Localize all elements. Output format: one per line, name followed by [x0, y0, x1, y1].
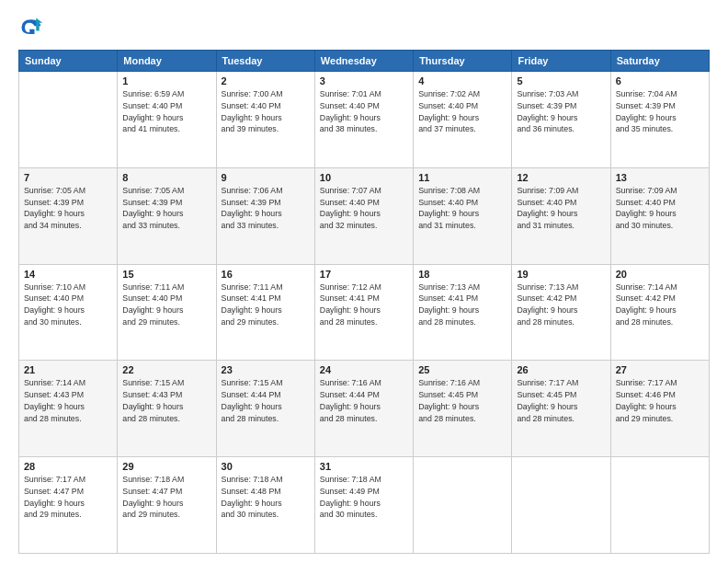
calendar-cell: [414, 457, 512, 554]
day-info: Sunrise: 7:04 AM Sunset: 4:39 PM Dayligh…: [616, 88, 704, 135]
day-info: Sunrise: 7:17 AM Sunset: 4:45 PM Dayligh…: [517, 377, 605, 424]
day-number: 10: [320, 172, 408, 183]
day-number: 15: [122, 269, 210, 280]
day-number: 26: [517, 364, 605, 375]
day-number: 18: [418, 269, 506, 280]
calendar-cell: [610, 457, 709, 554]
day-number: 31: [320, 461, 408, 472]
calendar-cell: 29Sunrise: 7:18 AM Sunset: 4:47 PM Dayli…: [118, 457, 216, 554]
calendar-week-row: 7Sunrise: 7:05 AM Sunset: 4:39 PM Daylig…: [19, 167, 710, 264]
calendar-week-row: 21Sunrise: 7:14 AM Sunset: 4:43 PM Dayli…: [19, 361, 710, 457]
calendar-cell: 22Sunrise: 7:15 AM Sunset: 4:43 PM Dayli…: [118, 361, 216, 457]
day-number: 11: [418, 172, 506, 183]
day-info: Sunrise: 7:08 AM Sunset: 4:40 PM Dayligh…: [418, 185, 506, 232]
calendar-cell: 10Sunrise: 7:07 AM Sunset: 4:40 PM Dayli…: [314, 167, 413, 264]
day-number: 12: [517, 172, 605, 183]
calendar-cell: 28Sunrise: 7:17 AM Sunset: 4:47 PM Dayli…: [19, 457, 118, 554]
calendar-header-saturday: Saturday: [610, 51, 709, 72]
day-info: Sunrise: 7:01 AM Sunset: 4:40 PM Dayligh…: [320, 88, 408, 135]
day-info: Sunrise: 7:15 AM Sunset: 4:44 PM Dayligh…: [222, 377, 310, 424]
calendar-cell: 25Sunrise: 7:16 AM Sunset: 4:45 PM Dayli…: [414, 361, 512, 457]
calendar-cell: 15Sunrise: 7:11 AM Sunset: 4:40 PM Dayli…: [118, 264, 216, 361]
day-number: 13: [616, 172, 704, 183]
day-info: Sunrise: 7:15 AM Sunset: 4:43 PM Dayligh…: [122, 377, 210, 424]
day-number: 20: [616, 269, 704, 280]
calendar-cell: 13Sunrise: 7:09 AM Sunset: 4:40 PM Dayli…: [610, 167, 709, 264]
calendar-table: SundayMondayTuesdayWednesdayThursdayFrid…: [18, 50, 710, 554]
calendar-week-row: 28Sunrise: 7:17 AM Sunset: 4:47 PM Dayli…: [19, 457, 710, 554]
day-number: 1: [122, 75, 210, 86]
calendar-header-friday: Friday: [512, 51, 610, 72]
calendar-cell: 6Sunrise: 7:04 AM Sunset: 4:39 PM Daylig…: [610, 72, 709, 168]
calendar-cell: 23Sunrise: 7:15 AM Sunset: 4:44 PM Dayli…: [216, 361, 314, 457]
day-number: 16: [222, 269, 310, 280]
calendar-cell: 4Sunrise: 7:02 AM Sunset: 4:40 PM Daylig…: [414, 72, 512, 168]
calendar-header-monday: Monday: [118, 51, 216, 72]
header: [18, 15, 710, 40]
day-info: Sunrise: 7:17 AM Sunset: 4:46 PM Dayligh…: [616, 377, 704, 424]
day-info: Sunrise: 7:18 AM Sunset: 4:47 PM Dayligh…: [122, 474, 210, 521]
day-info: Sunrise: 7:02 AM Sunset: 4:40 PM Dayligh…: [418, 88, 506, 135]
day-info: Sunrise: 7:05 AM Sunset: 4:39 PM Dayligh…: [122, 185, 210, 232]
day-number: 2: [222, 75, 310, 86]
day-info: Sunrise: 7:10 AM Sunset: 4:40 PM Dayligh…: [24, 282, 112, 328]
logo-icon: [18, 15, 44, 40]
calendar-cell: 2Sunrise: 7:00 AM Sunset: 4:40 PM Daylig…: [216, 72, 314, 168]
day-number: 14: [24, 269, 112, 280]
day-info: Sunrise: 7:09 AM Sunset: 4:40 PM Dayligh…: [616, 185, 704, 232]
calendar-cell: 11Sunrise: 7:08 AM Sunset: 4:40 PM Dayli…: [414, 167, 512, 264]
day-number: 22: [122, 364, 210, 375]
day-info: Sunrise: 7:11 AM Sunset: 4:41 PM Dayligh…: [222, 282, 310, 328]
day-info: Sunrise: 7:14 AM Sunset: 4:42 PM Dayligh…: [616, 282, 704, 328]
calendar-cell: 19Sunrise: 7:13 AM Sunset: 4:42 PM Dayli…: [512, 264, 610, 361]
calendar-week-row: 14Sunrise: 7:10 AM Sunset: 4:40 PM Dayli…: [19, 264, 710, 361]
day-number: 28: [24, 461, 112, 472]
logo: [18, 15, 48, 40]
calendar-cell: 1Sunrise: 6:59 AM Sunset: 4:40 PM Daylig…: [118, 72, 216, 168]
calendar-cell: 27Sunrise: 7:17 AM Sunset: 4:46 PM Dayli…: [610, 361, 709, 457]
day-number: 7: [24, 172, 112, 183]
day-info: Sunrise: 7:09 AM Sunset: 4:40 PM Dayligh…: [517, 185, 605, 232]
calendar-cell: 30Sunrise: 7:18 AM Sunset: 4:48 PM Dayli…: [216, 457, 314, 554]
day-number: 29: [122, 461, 210, 472]
calendar-cell: 17Sunrise: 7:12 AM Sunset: 4:41 PM Dayli…: [314, 264, 413, 361]
day-number: 27: [616, 364, 704, 375]
calendar-header-sunday: Sunday: [19, 51, 118, 72]
calendar-cell: 7Sunrise: 7:05 AM Sunset: 4:39 PM Daylig…: [19, 167, 118, 264]
calendar-cell: 5Sunrise: 7:03 AM Sunset: 4:39 PM Daylig…: [512, 72, 610, 168]
day-info: Sunrise: 7:13 AM Sunset: 4:41 PM Dayligh…: [418, 282, 506, 328]
calendar-cell: 31Sunrise: 7:18 AM Sunset: 4:49 PM Dayli…: [314, 457, 413, 554]
page: SundayMondayTuesdayWednesdayThursdayFrid…: [0, 0, 728, 563]
calendar-cell: 9Sunrise: 7:06 AM Sunset: 4:39 PM Daylig…: [216, 167, 314, 264]
day-info: Sunrise: 7:13 AM Sunset: 4:42 PM Dayligh…: [517, 282, 605, 328]
day-number: 5: [517, 75, 605, 86]
day-info: Sunrise: 7:18 AM Sunset: 4:49 PM Dayligh…: [320, 474, 408, 521]
day-info: Sunrise: 7:14 AM Sunset: 4:43 PM Dayligh…: [24, 377, 112, 424]
calendar-cell: [512, 457, 610, 554]
day-info: Sunrise: 7:06 AM Sunset: 4:39 PM Dayligh…: [222, 185, 310, 232]
day-number: 25: [418, 364, 506, 375]
calendar-cell: 14Sunrise: 7:10 AM Sunset: 4:40 PM Dayli…: [19, 264, 118, 361]
day-number: 19: [517, 269, 605, 280]
day-number: 4: [418, 75, 506, 86]
calendar-header-wednesday: Wednesday: [314, 51, 413, 72]
day-info: Sunrise: 7:16 AM Sunset: 4:44 PM Dayligh…: [320, 377, 408, 424]
day-number: 8: [122, 172, 210, 183]
calendar-cell: 24Sunrise: 7:16 AM Sunset: 4:44 PM Dayli…: [314, 361, 413, 457]
day-number: 6: [616, 75, 704, 86]
day-info: Sunrise: 7:17 AM Sunset: 4:47 PM Dayligh…: [24, 474, 112, 521]
day-info: Sunrise: 7:11 AM Sunset: 4:40 PM Dayligh…: [122, 282, 210, 328]
calendar-cell: 12Sunrise: 7:09 AM Sunset: 4:40 PM Dayli…: [512, 167, 610, 264]
calendar-header-tuesday: Tuesday: [216, 51, 314, 72]
calendar-cell: 3Sunrise: 7:01 AM Sunset: 4:40 PM Daylig…: [314, 72, 413, 168]
day-info: Sunrise: 7:12 AM Sunset: 4:41 PM Dayligh…: [320, 282, 408, 328]
day-number: 21: [24, 364, 112, 375]
day-number: 23: [222, 364, 310, 375]
calendar-cell: [19, 72, 118, 168]
calendar-cell: 8Sunrise: 7:05 AM Sunset: 4:39 PM Daylig…: [118, 167, 216, 264]
day-info: Sunrise: 7:16 AM Sunset: 4:45 PM Dayligh…: [418, 377, 506, 424]
day-number: 30: [222, 461, 310, 472]
calendar-cell: 20Sunrise: 7:14 AM Sunset: 4:42 PM Dayli…: [610, 264, 709, 361]
calendar-cell: 26Sunrise: 7:17 AM Sunset: 4:45 PM Dayli…: [512, 361, 610, 457]
day-info: Sunrise: 7:18 AM Sunset: 4:48 PM Dayligh…: [222, 474, 310, 521]
